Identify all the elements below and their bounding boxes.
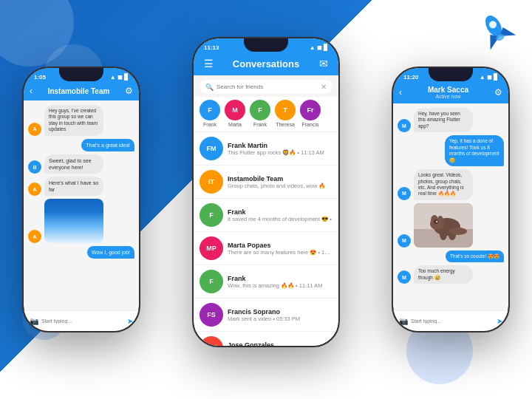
conv-name: Frank	[228, 208, 332, 216]
svg-point-16	[440, 228, 447, 240]
right-msg-bubble-2: Yep, it has a done of features! Took us …	[445, 135, 504, 166]
conv-avatar: F	[200, 203, 223, 227]
conv-name: Frank Martin	[228, 142, 332, 149]
conversation-item[interactable]: FS Francis Soprano Mark sent a video • 0…	[194, 299, 338, 332]
right-chat-area: M Hey, have you seen this amazing Flutte…	[393, 103, 508, 322]
center-phone-notch	[244, 38, 288, 52]
center-phone: 11:13 ▲ ◼ ▊ ☰ Conversations ✉ 🔍 ✕ F Fran…	[192, 37, 340, 347]
right-send-icon[interactable]: ➤	[497, 317, 502, 325]
right-chat-subtitle: Active now	[436, 94, 461, 99]
msg-avatar-3: B	[28, 160, 41, 174]
conv-info: Marta Popaes There are so many features …	[228, 242, 332, 256]
svg-point-18	[449, 228, 467, 235]
friend-item[interactable]: Fr Francis	[300, 100, 321, 127]
conv-name: Marta Popaes	[228, 242, 332, 249]
friend-name: Theresa	[276, 122, 295, 127]
friend-avatar: Fr	[300, 100, 321, 120]
right-msg-avatar-3: M	[398, 187, 411, 200]
friend-avatar: F	[250, 100, 270, 120]
conv-msg: It saved me 4 months of development 😎 •	[228, 216, 332, 222]
svg-point-7	[504, 13, 507, 16]
conv-name: Francis Soprano	[228, 308, 332, 316]
right-phone-notch	[429, 68, 473, 81]
conversation-item[interactable]: FM Frank Martin This Flutter app rocks 🦁…	[194, 132, 338, 166]
msg-avatar-1: A	[28, 123, 41, 136]
conv-avatar: FM	[200, 137, 223, 160]
conv-info: Frank It saved me 4 months of developmen…	[228, 208, 332, 222]
right-settings-icon[interactable]: ⚙	[494, 87, 502, 98]
right-msg-avatar-6: M	[398, 270, 411, 284]
friend-name: Marta	[228, 122, 242, 127]
conv-avatar: F	[200, 270, 223, 293]
right-msg-4: M	[398, 203, 504, 248]
right-title-wrap: Mark Sacca Active now	[402, 86, 494, 99]
right-msg-bubble-6: Too much energy though 😅	[414, 265, 473, 284]
center-status-icons: ▲ ◼ ▊	[310, 44, 328, 51]
conv-info: Frank Martin This Flutter app rocks 🦁🔥 •…	[228, 142, 332, 156]
left-chat-input[interactable]	[41, 318, 124, 324]
conv-info: Frank Wow, this is amazing 🔥🔥 • 11:11 AM	[228, 275, 332, 289]
friend-item[interactable]: F Frank	[250, 100, 270, 127]
svg-point-13	[437, 216, 443, 225]
right-msg-avatar-4: M	[398, 234, 411, 248]
left-status-time: 1:05	[34, 74, 46, 81]
msg-bubble-3: Sweet, glad to see everyone here!	[44, 154, 103, 174]
left-settings-icon[interactable]: ⚙	[125, 86, 133, 96]
svg-point-6	[513, 13, 516, 16]
conv-avatar: FS	[200, 303, 223, 327]
msg-avatar-5: A	[28, 230, 41, 243]
center-search-clear[interactable]: ✕	[321, 83, 327, 91]
svg-point-5	[508, 17, 512, 21]
left-phone-header: ‹ Instamobile Team ⚙	[24, 83, 139, 100]
center-search-bar[interactable]: 🔍 ✕	[200, 80, 332, 94]
right-chat-input-bar: 📷 ➤	[393, 310, 508, 331]
center-search-icon: 🔍	[205, 83, 214, 91]
conv-msg: This Flutter app rocks 🦁🔥 • 11:13 AM	[228, 149, 332, 156]
center-status-time: 11:13	[204, 44, 219, 51]
right-msg-bubble-1: Hey, have you seen this amazing Flutter …	[414, 108, 473, 132]
friend-avatar: T	[275, 100, 296, 120]
conversation-item[interactable]: JG Jose Gonzales Asd • 09:15 PM	[194, 332, 338, 346]
conversation-item[interactable]: IT Instamobile Team Group chats, photo a…	[194, 166, 338, 199]
conv-info: Instamobile Team Group chats, photo and …	[228, 175, 332, 189]
right-chat-input[interactable]	[411, 318, 494, 324]
center-menu-icon[interactable]: ☰	[201, 58, 216, 69]
friend-avatar: F	[200, 100, 220, 120]
conv-name: Frank	[228, 275, 332, 282]
center-compose-icon[interactable]: ✉	[316, 58, 331, 69]
center-header-title: Conversations	[216, 58, 316, 69]
friend-item[interactable]: M Marta	[225, 100, 245, 127]
left-chat-input-bar: 📷 ➤	[24, 310, 139, 331]
right-status-icons: ▲ ◼ ▊	[480, 74, 498, 81]
left-camera-icon[interactable]: 📷	[30, 317, 38, 325]
right-msg-6: M Too much energy though 😅	[398, 265, 504, 284]
msg-bubble-2: That's a great idea!	[81, 139, 134, 151]
msg-row-2: That's a great idea!	[28, 139, 134, 151]
right-phone-inner: 11:20 ▲ ◼ ▊ ‹ Mark Sacca Active now ⚙ M …	[393, 68, 508, 331]
right-msg-2: Yep, it has a done of features! Took us …	[398, 135, 504, 166]
right-chat-title: Mark Sacca	[428, 86, 468, 94]
right-dog-image	[414, 203, 473, 248]
conversation-item[interactable]: MP Marta Popaes There are so many featur…	[194, 232, 338, 265]
msg-row-4: A Here's what I have so far	[28, 177, 134, 196]
conversation-item[interactable]: F Frank Wow, this is amazing 🔥🔥 • 11:11 …	[194, 265, 338, 299]
right-msg-1: M Hey, have you seen this amazing Flutte…	[398, 108, 504, 132]
conv-info: Francis Soprano Mark sent a video • 05:3…	[228, 308, 332, 322]
conversation-item[interactable]: F Frank It saved me 4 months of developm…	[194, 199, 338, 232]
left-phone-notch	[59, 68, 103, 81]
msg-row-5: A	[28, 199, 134, 243]
left-send-icon[interactable]: ➤	[127, 317, 133, 325]
center-friends-row: F Frank M Marta F Frank T Theresa Fr Fra…	[194, 97, 338, 132]
center-search-input[interactable]	[216, 83, 318, 90]
rocket-icon	[474, 9, 519, 53]
friend-name: Francis	[302, 122, 319, 127]
center-phone-inner: 11:13 ▲ ◼ ▊ ☰ Conversations ✉ 🔍 ✕ F Fran…	[194, 38, 338, 346]
friend-item[interactable]: F Frank	[200, 100, 220, 127]
left-status-icons: ▲ ◼ ▊	[110, 74, 129, 81]
msg-row-1: A Hey guys, I've created this group so w…	[28, 105, 134, 136]
conv-avatar: MP	[200, 236, 223, 260]
left-phone-inner: 1:05 ▲ ◼ ▊ ‹ Instamobile Team ⚙ A Hey gu…	[24, 68, 139, 331]
friend-item[interactable]: T Theresa	[275, 100, 296, 127]
right-camera-icon[interactable]: 📷	[399, 317, 408, 325]
conv-info: Jose Gonzales Asd • 09:15 PM	[228, 341, 332, 347]
